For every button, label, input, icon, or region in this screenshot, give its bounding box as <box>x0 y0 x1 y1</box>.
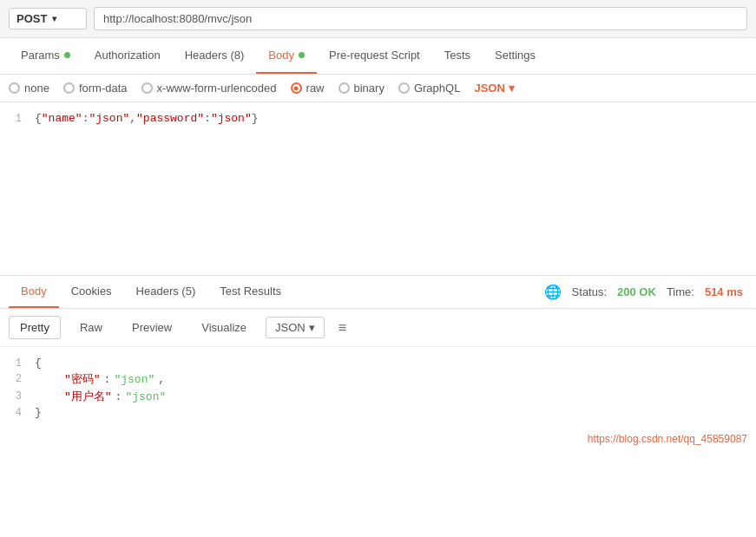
preview-button[interactable]: Preview <box>122 317 182 338</box>
response-line-1: 1 { <box>0 356 756 370</box>
request-tabs: Params Authorization Headers (8) Body Pr… <box>0 38 756 75</box>
tab-pre-request[interactable]: Pre-request Script <box>317 38 432 74</box>
radio-raw[interactable]: raw <box>291 82 325 95</box>
pretty-button[interactable]: Pretty <box>9 316 61 339</box>
none-label: none <box>24 82 49 95</box>
body-type-row: none form-data x-www-form-urlencoded raw… <box>0 75 756 102</box>
raw-button[interactable]: Raw <box>69 317 113 338</box>
response-json-selector[interactable]: JSON ▾ <box>266 317 325 338</box>
pre-request-label: Pre-request Script <box>329 49 420 62</box>
body-label: Body <box>268 49 294 62</box>
json-chevron-icon: ▾ <box>509 82 515 95</box>
code-content-1: {"name":"json","password":"json"} <box>35 112 259 125</box>
response-comma-1: , <box>158 373 165 386</box>
response-tab-body[interactable]: Body <box>9 276 59 308</box>
authorization-label: Authorization <box>95 49 161 62</box>
url-input[interactable] <box>94 7 747 30</box>
params-dot <box>64 52 70 58</box>
body-dot <box>299 52 305 58</box>
radio-circle-form-data <box>63 82 75 94</box>
response-tabs-row: Body Cookies Headers (5) Test Results 🌐 … <box>0 276 756 309</box>
tab-tests[interactable]: Tests <box>432 38 483 74</box>
radio-binary[interactable]: binary <box>339 82 385 95</box>
radio-circle-none <box>9 82 20 94</box>
chevron-down-icon: ▾ <box>52 14 56 23</box>
response-line-num-4: 4 <box>0 407 35 419</box>
close-brace: } <box>252 112 259 125</box>
status-value: 200 OK <box>617 285 656 298</box>
response-key-2: "用户名" <box>64 389 112 404</box>
form-data-label: form-data <box>79 82 128 95</box>
response-key-1: "密码" <box>64 371 101 387</box>
radio-circle-raw <box>291 82 302 94</box>
response-val-2: "json" <box>125 390 166 403</box>
response-json-label: JSON <box>275 321 306 334</box>
response-tab-headers[interactable]: Headers (5) <box>124 276 208 308</box>
response-close-brace: } <box>35 406 42 419</box>
radio-urlencoded[interactable]: x-www-form-urlencoded <box>141 82 277 95</box>
url-bar: POST ▾ <box>0 0 756 38</box>
time-label: Time: <box>667 285 694 298</box>
colon2: : <box>204 112 211 125</box>
tab-body[interactable]: Body <box>256 38 317 74</box>
tests-label: Tests <box>444 49 470 62</box>
response-colon-2: : <box>115 390 122 403</box>
comma1: , <box>129 112 136 125</box>
visualize-button[interactable]: Visualize <box>191 317 257 338</box>
response-line-num-2: 2 <box>0 373 35 385</box>
status-label: Status: <box>572 285 607 298</box>
radio-circle-graphql <box>398 82 410 94</box>
response-line-2: 2 "密码" : "json" , <box>0 370 756 388</box>
tab-params[interactable]: Params <box>9 38 82 74</box>
json-type-label: JSON <box>474 82 504 95</box>
tab-headers[interactable]: Headers (8) <box>173 38 257 74</box>
response-json-chevron-icon: ▾ <box>309 321 315 334</box>
response-headers-label: Headers (5) <box>136 285 196 298</box>
time-value: 514 ms <box>705 285 743 298</box>
response-line-3: 3 "用户名" : "json" <box>0 388 756 405</box>
method-label: POST <box>16 12 47 25</box>
format-row: Pretty Raw Preview Visualize JSON ▾ ≡ <box>0 309 756 347</box>
raw-label: raw <box>306 82 325 95</box>
response-body-label: Body <box>21 285 47 298</box>
method-selector[interactable]: POST ▾ <box>9 8 87 29</box>
response-test-results-label: Test Results <box>220 285 281 298</box>
request-editor[interactable]: 1 {"name":"json","password":"json"} <box>0 102 756 276</box>
code-line-1: 1 {"name":"json","password":"json"} <box>0 111 756 126</box>
response-colon-1: : <box>104 373 111 386</box>
graphql-label: GraphQL <box>414 82 460 95</box>
tab-settings[interactable]: Settings <box>483 38 548 74</box>
radio-circle-binary <box>339 82 350 94</box>
response-line-num-1: 1 <box>0 357 35 370</box>
bottom-panel: Body Cookies Headers (5) Test Results 🌐 … <box>0 276 756 449</box>
radio-none[interactable]: none <box>9 82 49 95</box>
radio-graphql[interactable]: GraphQL <box>398 82 460 95</box>
radio-form-data[interactable]: form-data <box>63 82 128 95</box>
settings-label: Settings <box>495 49 536 62</box>
binary-label: binary <box>354 82 385 95</box>
params-label: Params <box>21 49 60 62</box>
watermark: https://blog.csdn.net/qq_45859087 <box>0 429 756 449</box>
response-cookies-label: Cookies <box>71 285 112 298</box>
line-num-1: 1 <box>0 113 35 125</box>
response-area: 1 { 2 "密码" : "json" , 3 "用户名" : "json" 4 <box>0 347 756 429</box>
response-tab-test-results[interactable]: Test Results <box>207 276 293 308</box>
response-tab-cookies[interactable]: Cookies <box>59 276 124 308</box>
globe-icon[interactable]: 🌐 <box>544 284 562 300</box>
response-val-1: "json" <box>114 373 154 386</box>
urlencoded-label: x-www-form-urlencoded <box>157 82 277 95</box>
json-type-selector[interactable]: JSON ▾ <box>474 82 514 95</box>
response-open-brace: { <box>35 357 42 370</box>
tab-authorization[interactable]: Authorization <box>82 38 173 74</box>
response-line-num-3: 3 <box>0 390 35 403</box>
password-val: "json" <box>211 112 252 125</box>
open-brace: { <box>35 112 42 125</box>
watermark-text: https://blog.csdn.net/qq_45859087 <box>588 433 747 445</box>
name-val: "json" <box>89 112 129 125</box>
radio-circle-urlencoded <box>141 82 153 94</box>
response-line-4: 4 } <box>0 405 756 420</box>
status-area: 🌐 Status: 200 OK Time: 514 ms <box>544 284 747 300</box>
headers-label: Headers (8) <box>185 49 245 62</box>
password-key: "password" <box>136 112 204 125</box>
wrap-icon[interactable]: ≡ <box>339 320 346 336</box>
